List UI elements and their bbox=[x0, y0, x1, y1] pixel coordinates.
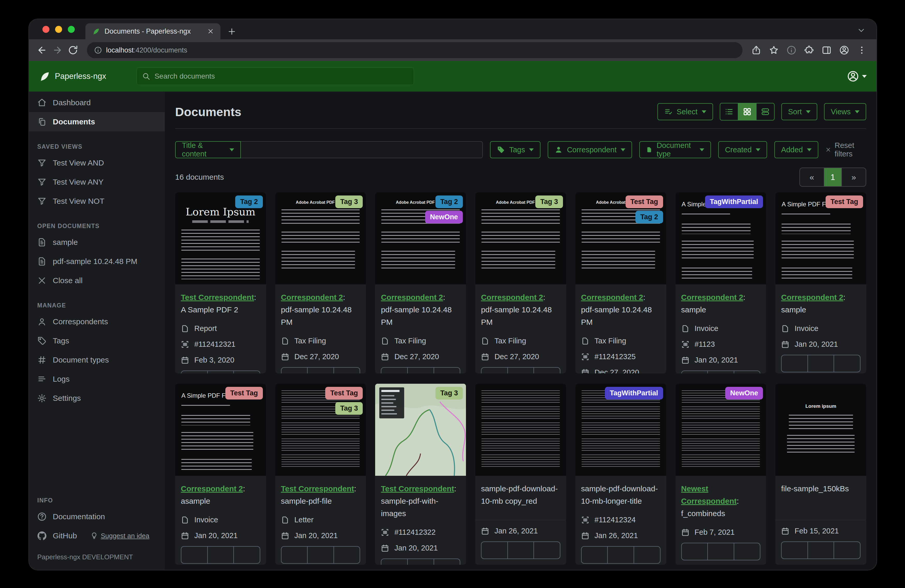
document-thumbnail[interactable]: TagWithPartial bbox=[575, 384, 666, 476]
tag-badge[interactable]: Test Tag bbox=[826, 195, 863, 208]
download-button[interactable] bbox=[233, 371, 260, 373]
filter-query-input[interactable] bbox=[241, 141, 483, 158]
document-thumbnail[interactable]: A Simple PDF File TagWithPartial bbox=[675, 192, 766, 284]
next-page-button[interactable]: » bbox=[841, 168, 866, 186]
preview-button[interactable] bbox=[407, 559, 433, 565]
correspondent-link[interactable]: Correspondent 2 bbox=[281, 293, 343, 301]
preview-button[interactable] bbox=[707, 543, 734, 560]
close-tab-icon[interactable] bbox=[208, 28, 214, 34]
edit-button[interactable] bbox=[181, 371, 207, 373]
edit-button[interactable] bbox=[381, 368, 407, 373]
correspondent-filter-button[interactable]: Correspondent bbox=[548, 141, 632, 158]
document-thumbnail[interactable] bbox=[475, 384, 566, 476]
minimize-window-button[interactable] bbox=[55, 26, 62, 33]
document-thumbnail[interactable]: Lorem ipsum bbox=[775, 384, 866, 476]
tag-badge[interactable]: Test Tag bbox=[626, 195, 663, 208]
sidebar-item-pdf-sample-10-24-48-pm[interactable]: pdf-sample 10.24.48 PM bbox=[29, 252, 165, 271]
edit-button[interactable] bbox=[281, 368, 307, 373]
document-thumbnail[interactable]: A Simple PDF File Test Tag bbox=[775, 192, 866, 284]
download-button[interactable] bbox=[433, 368, 460, 373]
preview-button[interactable] bbox=[207, 547, 233, 563]
edit-button[interactable] bbox=[781, 355, 807, 372]
download-button[interactable] bbox=[433, 559, 460, 565]
back-button[interactable] bbox=[37, 45, 47, 55]
correspondent-link[interactable]: Correspondent 2 bbox=[381, 293, 443, 301]
list-view-button[interactable] bbox=[720, 103, 738, 120]
app-brand[interactable]: Paperless-ngx bbox=[39, 71, 106, 82]
global-search[interactable] bbox=[137, 68, 414, 85]
correspondent-link[interactable]: Correspondent 2 bbox=[481, 293, 543, 301]
document-thumbnail[interactable]: Lorem Ipsum Tag 2 bbox=[175, 192, 266, 284]
sidebar-item-test-view-any[interactable]: Test View ANY bbox=[29, 173, 165, 192]
sidebar-item-test-view-and[interactable]: Test View AND bbox=[29, 153, 165, 173]
tag-badge[interactable]: Tag 3 bbox=[535, 195, 563, 208]
download-button[interactable] bbox=[834, 542, 860, 558]
sidebar-link-suggest-an-idea[interactable]: Suggest an idea bbox=[90, 532, 149, 540]
reload-button[interactable] bbox=[68, 45, 78, 55]
tag-badge[interactable]: NewOne bbox=[725, 387, 763, 399]
correspondent-link[interactable]: Correspondent 2 bbox=[781, 293, 843, 301]
close-window-button[interactable] bbox=[43, 26, 49, 33]
correspondent-link[interactable]: Test Correspondent bbox=[281, 484, 354, 493]
edit-button[interactable] bbox=[481, 368, 507, 373]
document-thumbnail[interactable]: Adobe Acrobat PDF Files Test TagTag 2 bbox=[575, 192, 666, 284]
extensions-puzzle-icon[interactable] bbox=[804, 45, 814, 55]
download-button[interactable] bbox=[533, 542, 560, 558]
edit-button[interactable] bbox=[181, 547, 207, 563]
tag-badge[interactable]: Test Tag bbox=[225, 387, 263, 399]
correspondent-link[interactable]: Correspondent 2 bbox=[681, 293, 743, 301]
side-panel-icon[interactable] bbox=[822, 45, 832, 55]
doctype-filter-button[interactable]: Document type bbox=[639, 141, 711, 158]
document-thumbnail[interactable]: NewOne bbox=[675, 384, 766, 476]
document-thumbnail[interactable]: Adobe Acrobat PDF Files Tag 3 bbox=[275, 192, 366, 284]
preview-button[interactable] bbox=[607, 547, 634, 563]
document-thumbnail[interactable]: Adobe Acrobat PDF Files Tag 3 bbox=[475, 192, 566, 284]
browser-tab[interactable]: Documents - Paperless-ngx bbox=[86, 23, 221, 39]
sidebar-item-correspondents[interactable]: Correspondents bbox=[29, 312, 165, 331]
document-thumbnail[interactable]: A Simple PDF File Test Tag bbox=[175, 384, 266, 476]
edit-button[interactable] bbox=[682, 371, 708, 373]
tag-badge[interactable]: TagWithPartial bbox=[705, 195, 763, 208]
current-page-button[interactable]: 1 bbox=[824, 168, 841, 186]
download-button[interactable] bbox=[533, 368, 560, 373]
document-thumbnail[interactable]: Test TagTag 3 bbox=[275, 384, 366, 476]
edit-button[interactable] bbox=[781, 542, 807, 558]
tag-badge[interactable]: Tag 3 bbox=[435, 387, 463, 399]
tag-badge[interactable]: Test Tag bbox=[325, 387, 363, 399]
document-thumbnail[interactable]: Adobe Acrobat PDF Files Tag 2NewOne bbox=[375, 192, 466, 284]
preview-button[interactable] bbox=[307, 547, 333, 563]
sidebar-item-close-all[interactable]: Close all bbox=[29, 271, 165, 290]
sidebar-item-sample[interactable]: sample bbox=[29, 233, 165, 252]
browser-profile-icon[interactable] bbox=[839, 45, 849, 55]
sidebar-item-test-view-not[interactable]: Test View NOT bbox=[29, 192, 165, 211]
created-filter-button[interactable]: Created bbox=[718, 141, 767, 158]
tag-badge[interactable]: Tag 3 bbox=[335, 195, 363, 208]
sidebar-item-settings[interactable]: Settings bbox=[29, 388, 165, 408]
sidebar-item-logs[interactable]: Logs bbox=[29, 369, 165, 388]
download-button[interactable] bbox=[734, 371, 760, 373]
preview-button[interactable] bbox=[207, 371, 233, 373]
new-tab-button[interactable] bbox=[228, 27, 236, 36]
edit-button[interactable] bbox=[381, 559, 407, 565]
preview-button[interactable] bbox=[807, 355, 834, 372]
preview-button[interactable] bbox=[507, 368, 534, 373]
correspondent-link[interactable]: Newest Correspondent bbox=[681, 484, 737, 505]
address-bar[interactable]: localhost:4200/documents bbox=[87, 42, 743, 58]
user-menu[interactable] bbox=[847, 70, 867, 82]
edit-button[interactable] bbox=[682, 543, 708, 560]
tag-badge[interactable]: NewOne bbox=[425, 211, 463, 223]
sort-dropdown-button[interactable]: Sort bbox=[781, 103, 817, 120]
sidebar-item-github[interactable]: GitHubSuggest an idea bbox=[29, 526, 165, 545]
views-dropdown-button[interactable]: Views bbox=[824, 103, 866, 120]
download-button[interactable] bbox=[333, 547, 360, 563]
prev-page-button[interactable]: « bbox=[800, 168, 824, 186]
document-thumbnail[interactable]: Tag 3 bbox=[375, 384, 466, 476]
sidebar-item-document-types[interactable]: Document types bbox=[29, 350, 165, 369]
tag-badge[interactable]: Tag 2 bbox=[235, 195, 263, 208]
preview-button[interactable] bbox=[707, 371, 734, 373]
added-filter-button[interactable]: Added bbox=[774, 141, 818, 158]
preview-button[interactable] bbox=[407, 368, 433, 373]
tag-badge[interactable]: Tag 2 bbox=[635, 211, 663, 223]
edit-button[interactable] bbox=[582, 547, 608, 563]
preview-button[interactable] bbox=[507, 542, 534, 558]
